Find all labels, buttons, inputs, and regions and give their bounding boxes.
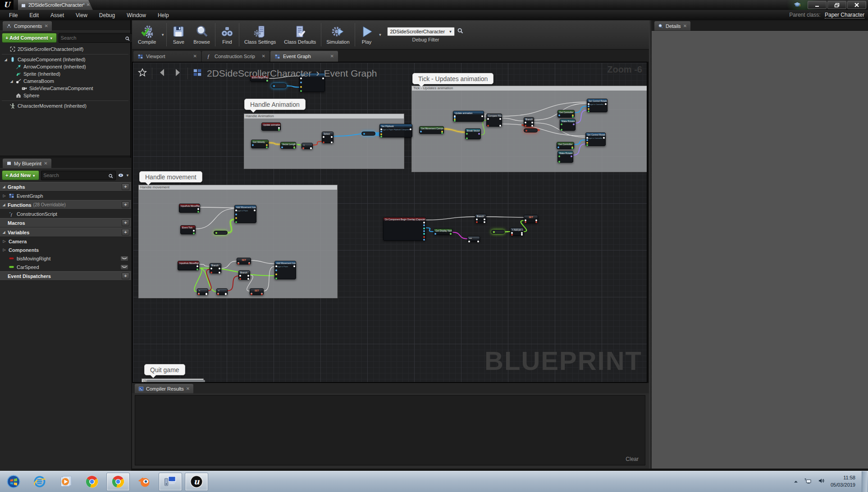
graph-node-get-controller[interactable]: Get Controller [557, 110, 575, 118]
graph-node-on-component-begin-overlap-capsulecomponent-[interactable]: On Component Begin Overlap (CapsuleCompo… [383, 217, 426, 241]
play-button[interactable]: Play [356, 21, 378, 48]
pin-icon[interactable] [466, 137, 468, 139]
pin-icon[interactable] [300, 90, 302, 92]
pin-icon[interactable] [487, 118, 489, 120]
graph-node-set[interactable]: SET [524, 215, 538, 223]
pin-icon[interactable] [300, 82, 302, 83]
pin-icon[interactable] [247, 278, 249, 280]
tab-construction-scrip[interactable]: fConstruction Scrip✕ [202, 51, 270, 62]
pin-icon[interactable] [487, 125, 489, 127]
pin-icon[interactable] [410, 128, 411, 130]
pin-icon[interactable] [252, 144, 254, 146]
add-functions-button[interactable]: + [122, 201, 129, 208]
pin-icon[interactable] [331, 141, 333, 143]
pin-icon[interactable] [235, 214, 237, 215]
graph-node-inputaxis-moveright[interactable]: InputAxis MoveRight [178, 261, 199, 270]
expander-icon[interactable]: ▷ [2, 239, 6, 243]
graph-node-select[interactable]: Select [322, 132, 333, 143]
asset-window-tab[interactable]: 2DSideScrollerCharacter* ✕ [18, 0, 93, 10]
menu-window[interactable]: Window [121, 11, 151, 20]
pin-icon[interactable] [561, 123, 562, 125]
add-graphs-button[interactable]: + [122, 183, 129, 190]
breadcrumb-root[interactable]: 2DSideScrollerCharacter [207, 68, 311, 79]
graph-node-compare-float[interactable]: Compare Float [486, 114, 502, 127]
pin-icon[interactable] [235, 210, 237, 211]
pin-icon[interactable] [484, 221, 485, 223]
components-tree-item[interactable]: ArrowComponent (Inherited) [1, 63, 129, 70]
pin-icon[interactable] [219, 268, 220, 269]
comment-box[interactable]: Handle movement [138, 185, 338, 298]
my-blueprint-search-box[interactable] [41, 171, 116, 180]
pin-icon[interactable] [557, 146, 559, 148]
pin-icon[interactable] [477, 241, 479, 242]
graph-node-get-movement-component[interactable]: Get Movement Component [419, 126, 444, 134]
taskbar-chrome-app[interactable] [106, 473, 130, 491]
components-tree-item[interactable]: CharacterMovement (Inherited) [1, 102, 129, 109]
pin-icon[interactable] [561, 129, 562, 131]
graph-node-set-control-rotation[interactable]: Set Control RotationTarget is Controller [587, 99, 608, 112]
pin-icon[interactable] [275, 265, 277, 267]
pin-icon[interactable] [511, 234, 513, 236]
pin-icon[interactable] [586, 142, 588, 144]
pin-icon[interactable] [210, 268, 212, 269]
pin-icon[interactable] [278, 129, 280, 131]
pin-icon[interactable] [450, 233, 452, 235]
pin-icon[interactable] [531, 122, 533, 123]
tab-event-graph[interactable]: Event Graph✕ [270, 51, 338, 62]
tab-close-icon[interactable]: ✕ [193, 54, 197, 59]
my-blueprint-search-input[interactable] [43, 173, 108, 178]
menu-view[interactable]: View [70, 11, 93, 20]
pin-icon[interactable] [380, 136, 382, 137]
pin-icon[interactable] [380, 133, 382, 135]
graph-node-get-velocity[interactable]: Get Velocity [251, 140, 269, 148]
pin-icon[interactable] [476, 221, 478, 223]
pin-icon[interactable] [293, 265, 295, 267]
section-expander-icon[interactable]: ◢ [2, 185, 6, 189]
pin-icon[interactable] [499, 118, 501, 120]
section-header-event-dispatchers[interactable]: Event Dispatchers+ [0, 271, 131, 281]
pin-icon[interactable] [300, 86, 302, 88]
graph-node-branch[interactable]: Branch [524, 117, 534, 127]
show-desktop-button[interactable] [862, 471, 867, 492]
pin-icon[interactable] [558, 114, 560, 116]
pin-icon[interactable] [572, 116, 574, 118]
taskbar-blender-app[interactable] [132, 473, 156, 491]
graph-node-branch[interactable]: Branch [238, 270, 250, 280]
pin-icon[interactable] [266, 146, 268, 148]
section-header-graphs[interactable]: ◢Graphs+ [0, 182, 131, 191]
components-tree-item[interactable]: ◢CameraBoom [1, 77, 129, 85]
add-event-dispatchers-button[interactable]: + [122, 273, 129, 279]
graph-node-make-rotator[interactable]: Make Rotator [557, 151, 573, 163]
pin-icon[interactable] [331, 136, 333, 138]
pin-icon[interactable] [197, 208, 199, 210]
pin-icon[interactable] [196, 269, 198, 270]
browse-button[interactable]: Browse [189, 21, 214, 48]
pin-icon[interactable] [217, 293, 219, 295]
pin-icon[interactable] [198, 293, 200, 295]
pin-icon[interactable] [239, 278, 241, 280]
variable-pill-node[interactable] [361, 132, 375, 136]
pin-icon[interactable] [251, 293, 252, 295]
class-settings-button[interactable]: Class Settings [240, 21, 280, 48]
compile-dropdown-caret-icon[interactable]: ▼ [160, 33, 165, 37]
components-search-input[interactable] [61, 35, 125, 41]
menu-edit[interactable]: Edit [24, 11, 44, 20]
pin-icon[interactable] [588, 105, 589, 107]
pin-icon[interactable] [210, 272, 212, 273]
pin-icon[interactable] [380, 128, 382, 130]
taskbar-chrome-app[interactable] [80, 473, 104, 491]
graph-node-set-flipbook[interactable]: Set FlipbookTarget is Paper Flipbook Com… [379, 124, 412, 137]
pin-icon[interactable] [454, 120, 456, 122]
graph-node--[interactable]: == [467, 236, 480, 241]
pin-icon[interactable] [481, 115, 483, 117]
pin-icon[interactable] [588, 108, 589, 110]
pin-icon[interactable] [423, 236, 425, 238]
tab-close-icon[interactable]: ✕ [330, 54, 334, 59]
components-search-box[interactable] [59, 33, 132, 43]
variable-visibility-icon[interactable] [120, 264, 128, 270]
debug-search-icon[interactable] [457, 27, 464, 36]
nav-back-icon[interactable] [157, 67, 168, 80]
graph-node--[interactable]: > [197, 288, 208, 295]
pin-icon[interactable] [423, 233, 425, 235]
expander-icon[interactable]: ▷ [2, 248, 6, 252]
